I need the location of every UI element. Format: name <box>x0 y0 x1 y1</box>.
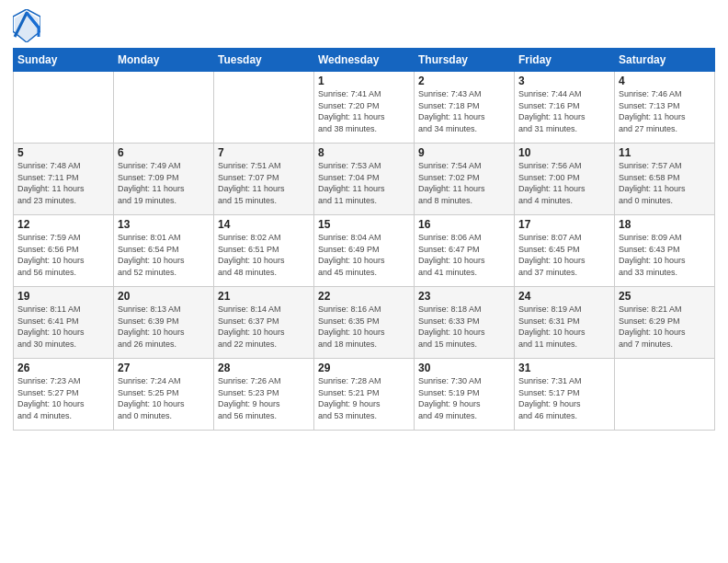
day-info: Sunrise: 8:04 AM Sunset: 6:49 PM Dayligh… <box>318 232 410 278</box>
day-number: 29 <box>318 362 410 374</box>
calendar-cell: 17Sunrise: 8:07 AM Sunset: 6:45 PM Dayli… <box>515 215 615 287</box>
day-number: 4 <box>619 75 711 87</box>
day-info: Sunrise: 8:13 AM Sunset: 6:39 PM Dayligh… <box>118 304 210 350</box>
day-info: Sunrise: 8:09 AM Sunset: 6:43 PM Dayligh… <box>619 232 711 278</box>
calendar-week-row: 5Sunrise: 7:48 AM Sunset: 7:11 PM Daylig… <box>14 144 715 215</box>
calendar-cell: 14Sunrise: 8:02 AM Sunset: 6:51 PM Dayli… <box>214 215 314 287</box>
col-header-sunday: Sunday <box>14 49 114 72</box>
logo-icon <box>13 9 40 42</box>
calendar-cell: 24Sunrise: 8:19 AM Sunset: 6:31 PM Dayli… <box>515 287 615 359</box>
day-number: 1 <box>318 75 410 87</box>
day-number: 15 <box>318 218 410 231</box>
day-number: 31 <box>518 362 610 374</box>
calendar-cell: 27Sunrise: 7:24 AM Sunset: 5:25 PM Dayli… <box>114 359 214 431</box>
day-info: Sunrise: 8:19 AM Sunset: 6:31 PM Dayligh… <box>518 304 610 350</box>
day-number: 12 <box>17 218 109 231</box>
day-number: 23 <box>418 290 510 303</box>
day-info: Sunrise: 7:56 AM Sunset: 7:00 PM Dayligh… <box>518 160 610 206</box>
day-number: 18 <box>619 218 711 231</box>
logo <box>13 9 42 42</box>
day-number: 9 <box>418 146 510 159</box>
day-info: Sunrise: 7:41 AM Sunset: 7:20 PM Dayligh… <box>318 88 410 134</box>
day-number: 17 <box>518 218 610 231</box>
day-number: 14 <box>218 218 310 231</box>
day-info: Sunrise: 8:07 AM Sunset: 6:45 PM Dayligh… <box>518 232 610 278</box>
calendar-cell: 23Sunrise: 8:18 AM Sunset: 6:33 PM Dayli… <box>415 287 515 359</box>
calendar-cell: 25Sunrise: 8:21 AM Sunset: 6:29 PM Dayli… <box>615 287 715 359</box>
day-info: Sunrise: 8:11 AM Sunset: 6:41 PM Dayligh… <box>17 304 109 350</box>
calendar-week-row: 26Sunrise: 7:23 AM Sunset: 5:27 PM Dayli… <box>14 359 715 431</box>
day-info: Sunrise: 7:53 AM Sunset: 7:04 PM Dayligh… <box>318 160 410 206</box>
day-info: Sunrise: 8:16 AM Sunset: 6:35 PM Dayligh… <box>318 304 410 350</box>
calendar-cell: 22Sunrise: 8:16 AM Sunset: 6:35 PM Dayli… <box>314 287 415 359</box>
calendar-cell <box>214 72 314 144</box>
col-header-saturday: Saturday <box>615 49 715 72</box>
calendar-cell: 15Sunrise: 8:04 AM Sunset: 6:49 PM Dayli… <box>314 215 415 287</box>
calendar-cell: 2Sunrise: 7:43 AM Sunset: 7:18 PM Daylig… <box>415 72 515 144</box>
col-header-wednesday: Wednesday <box>314 49 415 72</box>
day-number: 7 <box>218 146 310 159</box>
calendar-cell: 1Sunrise: 7:41 AM Sunset: 7:20 PM Daylig… <box>314 72 415 144</box>
calendar-cell: 5Sunrise: 7:48 AM Sunset: 7:11 PM Daylig… <box>14 144 114 215</box>
day-info: Sunrise: 7:59 AM Sunset: 6:56 PM Dayligh… <box>17 232 109 278</box>
calendar-cell: 13Sunrise: 8:01 AM Sunset: 6:54 PM Dayli… <box>114 215 214 287</box>
calendar-cell: 19Sunrise: 8:11 AM Sunset: 6:41 PM Dayli… <box>14 287 114 359</box>
day-info: Sunrise: 7:23 AM Sunset: 5:27 PM Dayligh… <box>17 375 109 421</box>
day-info: Sunrise: 8:18 AM Sunset: 6:33 PM Dayligh… <box>418 304 510 350</box>
col-header-thursday: Thursday <box>415 49 515 72</box>
day-number: 21 <box>218 290 310 303</box>
calendar-cell: 16Sunrise: 8:06 AM Sunset: 6:47 PM Dayli… <box>415 215 515 287</box>
day-number: 6 <box>118 146 210 159</box>
day-number: 5 <box>17 146 109 159</box>
day-info: Sunrise: 7:30 AM Sunset: 5:19 PM Dayligh… <box>418 375 510 421</box>
calendar-cell: 18Sunrise: 8:09 AM Sunset: 6:43 PM Dayli… <box>615 215 715 287</box>
page-container: SundayMondayTuesdayWednesdayThursdayFrid… <box>0 0 728 563</box>
calendar-cell <box>14 72 114 144</box>
calendar-cell <box>615 359 715 431</box>
calendar-cell: 11Sunrise: 7:57 AM Sunset: 6:58 PM Dayli… <box>615 144 715 215</box>
day-info: Sunrise: 7:46 AM Sunset: 7:13 PM Dayligh… <box>619 88 711 134</box>
calendar-cell: 20Sunrise: 8:13 AM Sunset: 6:39 PM Dayli… <box>114 287 214 359</box>
day-info: Sunrise: 8:14 AM Sunset: 6:37 PM Dayligh… <box>218 304 310 350</box>
col-header-friday: Friday <box>515 49 615 72</box>
day-number: 3 <box>518 75 610 87</box>
day-number: 20 <box>118 290 210 303</box>
day-number: 22 <box>318 290 410 303</box>
calendar-cell: 10Sunrise: 7:56 AM Sunset: 7:00 PM Dayli… <box>515 144 615 215</box>
day-number: 2 <box>418 75 510 87</box>
calendar-cell: 31Sunrise: 7:31 AM Sunset: 5:17 PM Dayli… <box>515 359 615 431</box>
day-info: Sunrise: 7:54 AM Sunset: 7:02 PM Dayligh… <box>418 160 510 206</box>
day-info: Sunrise: 8:02 AM Sunset: 6:51 PM Dayligh… <box>218 232 310 278</box>
day-info: Sunrise: 8:06 AM Sunset: 6:47 PM Dayligh… <box>418 232 510 278</box>
calendar-cell: 9Sunrise: 7:54 AM Sunset: 7:02 PM Daylig… <box>415 144 515 215</box>
day-info: Sunrise: 7:51 AM Sunset: 7:07 PM Dayligh… <box>218 160 310 206</box>
calendar-cell: 26Sunrise: 7:23 AM Sunset: 5:27 PM Dayli… <box>14 359 114 431</box>
day-number: 30 <box>418 362 510 374</box>
calendar-cell: 4Sunrise: 7:46 AM Sunset: 7:13 PM Daylig… <box>615 72 715 144</box>
day-number: 10 <box>518 146 610 159</box>
day-info: Sunrise: 8:01 AM Sunset: 6:54 PM Dayligh… <box>118 232 210 278</box>
day-info: Sunrise: 7:44 AM Sunset: 7:16 PM Dayligh… <box>518 88 610 134</box>
day-number: 28 <box>218 362 310 374</box>
calendar-cell: 12Sunrise: 7:59 AM Sunset: 6:56 PM Dayli… <box>14 215 114 287</box>
day-info: Sunrise: 7:43 AM Sunset: 7:18 PM Dayligh… <box>418 88 510 134</box>
calendar-cell <box>114 72 214 144</box>
calendar-week-row: 1Sunrise: 7:41 AM Sunset: 7:20 PM Daylig… <box>14 72 715 144</box>
day-number: 25 <box>619 290 711 303</box>
day-number: 8 <box>318 146 410 159</box>
day-number: 19 <box>17 290 109 303</box>
calendar-cell: 7Sunrise: 7:51 AM Sunset: 7:07 PM Daylig… <box>214 144 314 215</box>
day-info: Sunrise: 7:49 AM Sunset: 7:09 PM Dayligh… <box>118 160 210 206</box>
day-number: 24 <box>518 290 610 303</box>
day-info: Sunrise: 8:21 AM Sunset: 6:29 PM Dayligh… <box>619 304 711 350</box>
calendar-cell: 30Sunrise: 7:30 AM Sunset: 5:19 PM Dayli… <box>415 359 515 431</box>
day-info: Sunrise: 7:24 AM Sunset: 5:25 PM Dayligh… <box>118 375 210 421</box>
day-number: 16 <box>418 218 510 231</box>
day-info: Sunrise: 7:48 AM Sunset: 7:11 PM Dayligh… <box>17 160 109 206</box>
calendar-cell: 3Sunrise: 7:44 AM Sunset: 7:16 PM Daylig… <box>515 72 615 144</box>
calendar-week-row: 19Sunrise: 8:11 AM Sunset: 6:41 PM Dayli… <box>14 287 715 359</box>
col-header-tuesday: Tuesday <box>214 49 314 72</box>
day-info: Sunrise: 7:31 AM Sunset: 5:17 PM Dayligh… <box>518 375 610 421</box>
day-info: Sunrise: 7:26 AM Sunset: 5:23 PM Dayligh… <box>218 375 310 421</box>
day-number: 26 <box>17 362 109 374</box>
